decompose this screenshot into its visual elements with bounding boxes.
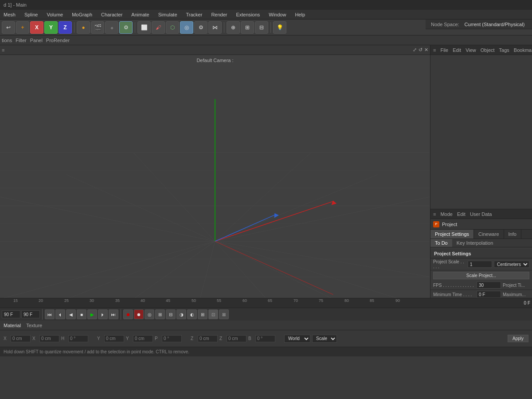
tab-project-settings[interactable]: Project Settings xyxy=(430,230,474,239)
subtab-key-interp[interactable]: Key Interpolation xyxy=(452,239,498,247)
key-next-button[interactable]: ◑ xyxy=(176,309,186,319)
menu-character[interactable]: Character xyxy=(99,11,124,18)
svg-line-24 xyxy=(215,215,275,241)
x-scale-input[interactable] xyxy=(39,335,59,342)
add-button[interactable]: + xyxy=(16,21,29,34)
next-frame-button[interactable]: ⏵ xyxy=(98,309,108,319)
settings-button[interactable]: ⚙ xyxy=(119,21,133,34)
motion-button[interactable]: ◎ xyxy=(145,309,154,319)
y-scale-label: Y xyxy=(126,336,131,341)
props-menu-edit[interactable]: Edit xyxy=(457,211,466,217)
sec-tions[interactable]: tions xyxy=(2,38,12,43)
tab-cineware[interactable]: Cineware xyxy=(474,230,504,239)
min-time-input[interactable] xyxy=(477,291,501,298)
camera-label: Default Camera : xyxy=(196,58,233,63)
goto-end-button[interactable]: ⏭ xyxy=(109,309,118,319)
align-button[interactable]: ⋈ xyxy=(208,21,222,34)
scale-dropdown[interactable]: Scale Size xyxy=(312,335,337,343)
menu-extensions[interactable]: Extensions xyxy=(234,11,262,18)
z-pos-input[interactable] xyxy=(198,335,218,342)
project-scale-input[interactable] xyxy=(468,261,492,268)
stop-button[interactable]: ■ xyxy=(77,309,86,319)
prev-frame-button[interactable]: ⏴ xyxy=(55,309,65,319)
sec-prorender[interactable]: ProRender xyxy=(46,38,70,43)
menu-spline[interactable]: Spline xyxy=(23,11,40,18)
subtab-todo[interactable]: To Do xyxy=(430,239,452,247)
fps-input[interactable] xyxy=(477,282,501,289)
undo-button[interactable]: ↩ xyxy=(2,21,15,34)
y-axis-button[interactable]: Y xyxy=(44,21,58,34)
viewport-icon-3[interactable]: ✕ xyxy=(424,47,428,53)
obj-menu-edit[interactable]: Edit xyxy=(453,47,461,53)
light-button[interactable]: 💡 xyxy=(273,21,286,34)
coords-tab-texture[interactable]: Texture xyxy=(26,323,42,328)
key-mode-button[interactable]: ⊞ xyxy=(198,309,207,319)
obj-menu-file[interactable]: File xyxy=(440,47,448,53)
apply-button[interactable]: Apply xyxy=(508,335,528,342)
end-frame-input[interactable] xyxy=(21,310,40,318)
menu-simulate[interactable]: Simulate xyxy=(156,11,179,18)
menu-mograph[interactable]: MoGraph xyxy=(70,11,94,18)
key-remove-button[interactable]: ⊟ xyxy=(166,309,176,319)
record-button[interactable]: ⏺ xyxy=(123,309,133,319)
obj-menu-bookmarks[interactable]: Bookmarks xyxy=(514,47,532,53)
menu-volume[interactable]: Volume xyxy=(45,11,65,18)
y-scale-input[interactable] xyxy=(133,335,153,342)
start-frame-input[interactable] xyxy=(2,310,20,318)
goto-start-button[interactable]: ⏮ xyxy=(45,309,55,319)
props-menu-userdata[interactable]: User Data xyxy=(470,211,492,217)
x-pos-input[interactable] xyxy=(11,335,31,342)
viewport-menu-item[interactable]: ≡ xyxy=(2,47,4,53)
h-input[interactable] xyxy=(68,335,88,342)
object-mode-button[interactable]: ● xyxy=(77,21,90,34)
p-input[interactable] xyxy=(162,335,182,342)
play-forward-button[interactable]: ▶ xyxy=(87,309,97,319)
b-input[interactable] xyxy=(255,335,275,342)
cube-button[interactable]: ⬜ xyxy=(137,21,151,34)
coords-content: X X H Y Y P Z Z B World Object xyxy=(0,330,532,347)
coords-tab-material[interactable]: Material xyxy=(4,323,21,328)
autokey-button[interactable]: ⏺ xyxy=(134,309,144,319)
render-region-button[interactable]: ⊞ xyxy=(241,21,254,34)
deform-button[interactable]: ⬡ xyxy=(166,21,179,34)
node-space-value[interactable]: Current (Standard/Physical) xyxy=(463,21,527,28)
obj-menu-view[interactable]: View xyxy=(466,47,476,53)
scene-button[interactable]: ⊟ xyxy=(255,21,268,34)
settings2-button[interactable]: ⚙ xyxy=(194,21,207,34)
viewport-icon-2[interactable]: ↺ xyxy=(419,47,422,53)
key-prev-button[interactable]: ◐ xyxy=(187,309,197,319)
menu-animate[interactable]: Animate xyxy=(129,11,151,18)
tick-30: 30 xyxy=(89,298,94,303)
key-add-button[interactable]: ⊞ xyxy=(155,309,165,319)
paint-button[interactable]: 🖌 xyxy=(152,21,165,34)
scale-project-button[interactable]: Scale Project... xyxy=(433,272,529,279)
snap-button[interactable]: ⊕ xyxy=(227,21,240,34)
menu-render[interactable]: Render xyxy=(209,11,229,18)
title-bar: d 1] - Main xyxy=(0,0,532,10)
obj-menu-object[interactable]: Object xyxy=(481,47,495,53)
tab-info[interactable]: Info xyxy=(504,230,521,239)
obj-menu-tags[interactable]: Tags xyxy=(499,47,509,53)
play-reverse-button[interactable]: ◀ xyxy=(66,309,76,319)
project-scale-unit[interactable]: Centimeters Meters Millimeters xyxy=(494,261,529,268)
track-mode-button[interactable]: ⊡ xyxy=(208,309,218,319)
x-axis-button[interactable]: X xyxy=(30,21,43,34)
z-scale-input[interactable] xyxy=(227,335,246,342)
menu-tracker[interactable]: Tracker xyxy=(184,11,204,18)
world-scale-group: World Object Scale Size xyxy=(284,335,337,343)
sec-panel[interactable]: Panel xyxy=(30,38,43,43)
active-tool-button[interactable]: ◎ xyxy=(180,21,193,34)
sec-filter[interactable]: Filter xyxy=(16,38,26,43)
menu-window[interactable]: Window xyxy=(267,11,288,18)
tick-75: 75 xyxy=(318,298,323,303)
anim-mode-button[interactable]: ⊠ xyxy=(219,309,229,319)
y-pos-input[interactable] xyxy=(104,335,124,342)
world-dropdown[interactable]: World Object xyxy=(284,335,310,343)
z-axis-button[interactable]: Z xyxy=(59,21,72,34)
menu-help[interactable]: Help xyxy=(293,11,307,18)
record-button[interactable]: 🎬 xyxy=(91,21,104,34)
menu-mesh[interactable]: Mesh xyxy=(2,11,17,18)
props-menu-mode[interactable]: Mode xyxy=(440,211,453,217)
keyframe-button[interactable]: ⬦ xyxy=(105,21,118,34)
svg-line-14 xyxy=(215,241,400,298)
